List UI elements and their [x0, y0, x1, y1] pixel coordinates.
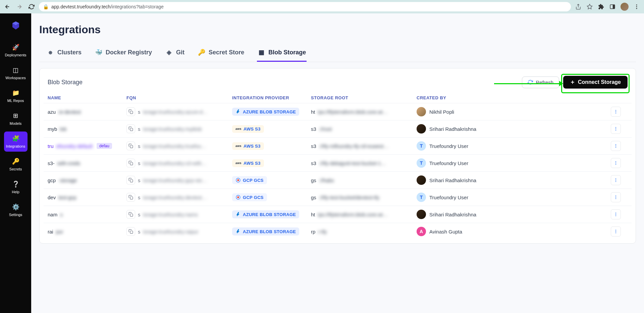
copy-icon[interactable]: [126, 142, 135, 150]
row-fqn: storage:truefoundry:raipur: [126, 227, 232, 236]
svg-point-32: [615, 198, 616, 199]
git-icon: ◈: [165, 49, 173, 56]
table-row: devtest-gcpstorage:truefoundry:devtest…G…: [44, 189, 632, 206]
sidebar-item-models[interactable]: ⊞Models: [4, 109, 28, 129]
svg-rect-33: [130, 214, 133, 216]
row-menu-button[interactable]: [611, 141, 621, 151]
panel-icon[interactable]: [609, 3, 616, 10]
svg-point-19: [615, 163, 616, 163]
row-name: nams: [48, 212, 126, 217]
docker-icon: 🐳: [95, 49, 102, 56]
tab-git[interactable]: ◈Git: [165, 44, 185, 62]
row-provider: GCP GCS: [232, 193, 311, 201]
svg-rect-17: [130, 162, 133, 165]
sidebar-item-mlrepos[interactable]: 📁ML Repos: [4, 86, 28, 106]
svg-point-39: [615, 231, 616, 232]
annotation-arrow: [494, 83, 561, 84]
table-row: myblobstorage:truefoundry:myblobawsAWS S…: [44, 120, 632, 137]
user-avatar: T: [417, 193, 426, 202]
row-fqn: storage:truefoundry:gcp-sto…: [126, 176, 232, 185]
reload-button[interactable]: [28, 3, 35, 10]
svg-point-26: [615, 181, 616, 182]
refresh-button[interactable]: Refresh: [522, 76, 559, 88]
sidebar-item-deployments[interactable]: 🚀Deployments: [4, 40, 28, 60]
row-storage-root: https://tfyterraform.blob.core.wi…: [311, 212, 417, 217]
svg-point-38: [615, 230, 616, 230]
svg-point-7: [615, 111, 616, 112]
row-fqn: storage:truefoundry:azure-d…: [126, 107, 232, 116]
sidebar-item-settings[interactable]: ⚙️Settings: [4, 200, 28, 220]
row-provider: GCP GCS: [232, 176, 311, 184]
cluster-icon: ⎈: [47, 49, 54, 56]
row-created-by: TTruefoundry User: [417, 141, 611, 151]
svg-point-11: [615, 128, 616, 129]
puzzle-icon: 🧩: [12, 135, 19, 142]
copy-icon[interactable]: [126, 159, 135, 167]
logo[interactable]: [10, 20, 21, 31]
folder-icon: 📁: [12, 89, 19, 97]
svg-point-20: [615, 164, 616, 165]
share-icon[interactable]: [575, 3, 582, 10]
grid-icon: ◫: [13, 66, 18, 74]
user-avatar: T: [417, 141, 426, 151]
row-created-by: TTruefoundry User: [417, 193, 611, 202]
row-menu-button[interactable]: [611, 192, 621, 202]
plus-icon: [570, 80, 575, 85]
tab-clusters[interactable]: ⎈Clusters: [46, 44, 82, 62]
svg-rect-21: [130, 179, 133, 182]
extensions-icon[interactable]: [598, 3, 604, 10]
row-menu-button[interactable]: [611, 107, 621, 117]
table-icon: ⊞: [13, 112, 18, 119]
sidebar-item-integrations[interactable]: 🧩Integrations: [4, 132, 28, 152]
svg-rect-5: [130, 111, 133, 114]
row-provider: AZURE BLOB STORAGE: [232, 227, 311, 236]
card-title: Blob Storage: [48, 79, 83, 86]
tab-blob-storage[interactable]: ▦Blob Storage: [257, 44, 307, 62]
row-name: devtest-gcp: [48, 195, 126, 200]
forward-button[interactable]: [16, 3, 23, 10]
row-name: azure-devtest: [48, 109, 126, 115]
svg-point-40: [615, 232, 616, 233]
rocket-icon: 🚀: [12, 44, 19, 51]
svg-point-6: [615, 110, 616, 111]
row-created-by: AAvinash Gupta: [417, 227, 611, 236]
sidebar-item-workspaces[interactable]: ◫Workspaces: [4, 63, 28, 83]
help-icon: ❔: [12, 180, 19, 188]
table-row: azure-devteststorage:truefoundry:azure-d…: [44, 103, 632, 120]
svg-point-15: [615, 146, 616, 146]
svg-rect-37: [130, 231, 133, 233]
row-provider: awsAWS S3: [232, 125, 311, 133]
user-avatar: [417, 107, 426, 116]
sidebar-item-help[interactable]: ❔Help: [4, 177, 28, 197]
tab-docker[interactable]: 🐳Docker Registry: [94, 44, 153, 62]
back-button[interactable]: [4, 3, 11, 10]
row-menu-button[interactable]: [611, 158, 621, 168]
row-fqn: storage:truefoundry:devtest…: [126, 193, 232, 202]
sidebar: 🚀Deployments ◫Workspaces 📁ML Repos ⊞Mode…: [0, 13, 31, 313]
svg-point-10: [615, 127, 616, 128]
copy-icon[interactable]: [126, 124, 135, 133]
sidebar-item-secrets[interactable]: 🔑Secrets: [4, 154, 28, 174]
copy-icon[interactable]: [126, 176, 135, 185]
storage-icon: ▦: [258, 49, 265, 56]
row-name[interactable]: truefoundry-defaultdefau: [48, 143, 126, 149]
row-menu-button[interactable]: [611, 124, 621, 134]
bookmark-icon[interactable]: [586, 3, 593, 10]
connect-storage-button[interactable]: Connect Storage: [563, 76, 628, 89]
svg-point-3: [636, 6, 637, 7]
row-menu-button[interactable]: [611, 175, 621, 185]
tab-secret-store[interactable]: 🔑Secret Store: [197, 44, 245, 62]
profile-avatar[interactable]: [621, 3, 629, 11]
row-menu-button[interactable]: [611, 209, 621, 219]
table-row: namsstorage:truefoundry:namsAZURE BLOB S…: [44, 206, 632, 223]
copy-icon[interactable]: [126, 107, 135, 116]
row-storage-root: gs://habs: [311, 177, 417, 183]
row-menu-button[interactable]: [611, 226, 621, 237]
copy-icon[interactable]: [126, 227, 135, 236]
copy-icon[interactable]: [126, 210, 135, 219]
copy-icon[interactable]: [126, 193, 135, 202]
menu-icon[interactable]: [633, 3, 640, 10]
address-bar[interactable]: 🔒 app.devtest.truefoundry.tech/integrati…: [39, 2, 571, 11]
row-storage-root: s3://tfy-debajyoti-test-bucket-1…: [311, 160, 417, 166]
annotation-arrowhead: [559, 81, 563, 86]
